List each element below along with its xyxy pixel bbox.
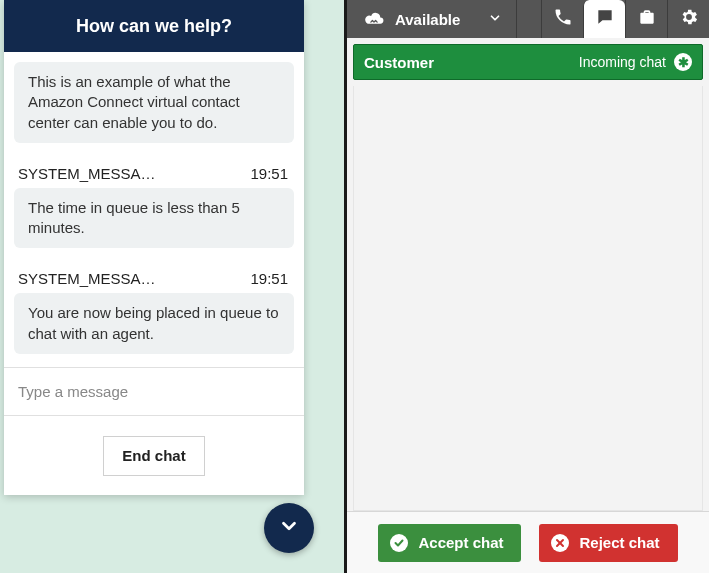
- chat-timestamp: 19:51: [250, 165, 288, 182]
- chat-header: How can we help?: [4, 0, 304, 52]
- agent-topbar: Available: [347, 0, 709, 38]
- chat-input[interactable]: [4, 368, 304, 415]
- chat-message-meta: SYSTEM_MESSA… 19:51: [14, 270, 294, 293]
- end-chat-button[interactable]: End chat: [103, 436, 204, 476]
- agent-action-bar: Accept chat Reject chat: [347, 511, 709, 573]
- chat-message: SYSTEM_MESSA… 19:51 The time in queue is…: [14, 165, 294, 249]
- chat-timestamp: 19:51: [250, 270, 288, 287]
- badge-star-icon: ✱: [674, 53, 692, 71]
- agent-status-label: Available: [395, 11, 460, 28]
- phone-icon: [553, 7, 573, 31]
- chevron-down-icon: [488, 11, 502, 28]
- gear-icon: [679, 7, 699, 31]
- agent-workspace: Available Customer: [344, 0, 709, 573]
- chat-bubble: The time in queue is less than 5 minutes…: [14, 188, 294, 249]
- chevron-down-icon: [278, 515, 300, 541]
- reject-chat-label: Reject chat: [579, 534, 659, 551]
- chat-footer: End chat: [4, 415, 304, 495]
- chat-message: This is an example of what the Amazon Co…: [14, 62, 294, 143]
- minimize-chat-button[interactable]: [264, 503, 314, 553]
- chat-sender: SYSTEM_MESSA…: [18, 270, 156, 287]
- topbar-chat-button[interactable]: [583, 0, 625, 38]
- chat-icon: [595, 7, 615, 31]
- chat-bubble: This is an example of what the Amazon Co…: [14, 62, 294, 143]
- chat-header-title: How can we help?: [76, 16, 232, 37]
- chat-bubble: You are now being placed in queue to cha…: [14, 293, 294, 354]
- accept-chat-button[interactable]: Accept chat: [378, 524, 521, 562]
- agent-chat-body: [353, 86, 703, 511]
- chat-message-list[interactable]: This is an example of what the Amazon Co…: [4, 52, 304, 367]
- topbar-briefcase-button[interactable]: [625, 0, 667, 38]
- check-icon: [390, 534, 408, 552]
- reject-chat-button[interactable]: Reject chat: [539, 524, 677, 562]
- chat-message: SYSTEM_MESSA… 19:51 You are now being pl…: [14, 270, 294, 354]
- customer-chat-panel: How can we help? This is an example of w…: [0, 0, 344, 573]
- cloud-status-icon: [363, 11, 385, 27]
- topbar-phone-button[interactable]: [541, 0, 583, 38]
- accept-chat-label: Accept chat: [418, 534, 503, 551]
- chat-sender: SYSTEM_MESSA…: [18, 165, 156, 182]
- topbar-settings-button[interactable]: [667, 0, 709, 38]
- chat-input-area: [4, 367, 304, 415]
- agent-status-dropdown[interactable]: Available: [359, 0, 517, 38]
- banner-status-label: Incoming chat: [579, 54, 666, 70]
- chat-message-meta: SYSTEM_MESSA… 19:51: [14, 165, 294, 188]
- incoming-chat-banner: Customer Incoming chat ✱: [353, 44, 703, 80]
- chat-widget: How can we help? This is an example of w…: [4, 0, 304, 495]
- close-icon: [551, 534, 569, 552]
- briefcase-icon: [637, 7, 657, 31]
- banner-customer-label: Customer: [364, 54, 434, 71]
